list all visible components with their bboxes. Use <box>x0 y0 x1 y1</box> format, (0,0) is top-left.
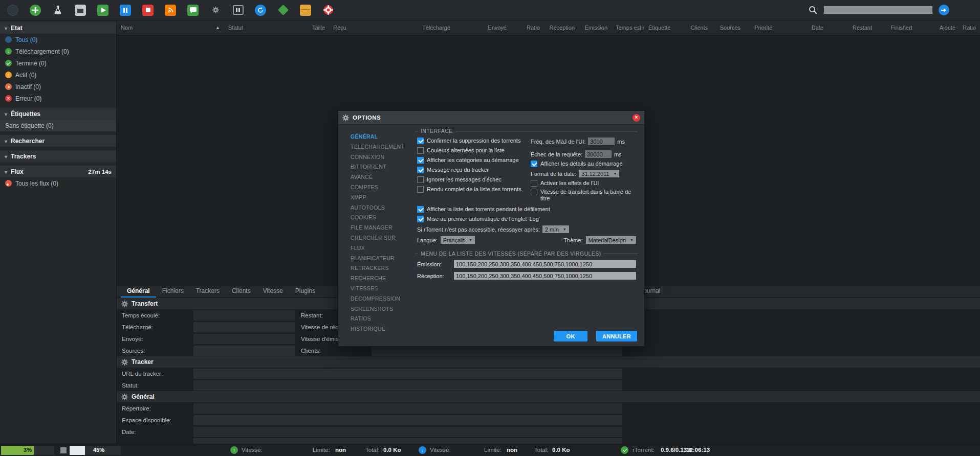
column-header-emission[interactable]: Émission <box>579 25 612 31</box>
column-header-ratio[interactable]: Ratio <box>511 25 544 31</box>
nav-item-file-manager[interactable]: FILE MANAGER <box>351 224 415 235</box>
help-icon[interactable] <box>321 4 335 17</box>
stop-icon[interactable] <box>141 4 155 17</box>
refresh-icon[interactable] <box>254 4 267 17</box>
sidebar-item-termine[interactable]: Terminé (0) <box>0 57 116 69</box>
request-timeout-input[interactable] <box>585 150 612 158</box>
start-icon[interactable] <box>96 4 110 17</box>
theme-select[interactable]: MaterialDesign <box>586 236 636 244</box>
nav-item-cookies[interactable]: COOKIES <box>351 214 415 224</box>
nav-item-telechargement[interactable]: TÉLÉCHARGEMENT <box>351 144 415 154</box>
sidebar-section-etat[interactable]: Etat <box>0 22 116 34</box>
upload-limit-value[interactable]: non <box>335 447 346 453</box>
tracker-message-checkbox[interactable] <box>417 167 424 173</box>
nav-item-connexion[interactable]: CONNEXION <box>351 154 415 164</box>
download-limit-value[interactable]: non <box>507 447 517 453</box>
column-header-ratio-2[interactable]: Ratio <box>960 25 980 31</box>
column-header-temps-estime[interactable]: Temps estim <box>612 25 644 31</box>
tab-fichiers[interactable]: Fichiers <box>156 286 190 298</box>
nav-item-bittorrent[interactable]: BITTORRENT <box>351 164 415 174</box>
retry-delay-select[interactable]: 2 min <box>542 225 569 233</box>
nav-item-screenshots[interactable]: SCREENSHOTS <box>351 306 415 316</box>
tab-plugins[interactable]: Plugins <box>289 286 321 298</box>
sidebar-item-tous-les-flux[interactable]: Tous les flux (0) <box>0 177 116 189</box>
ignore-fail-messages-checkbox[interactable] <box>417 176 424 183</box>
confirm-delete-checkbox[interactable] <box>417 138 424 144</box>
column-header-taille[interactable]: Taille <box>280 25 329 31</box>
ui-update-interval-input[interactable] <box>588 138 615 145</box>
pause-icon[interactable] <box>119 4 132 17</box>
tab-vitesse[interactable]: Vitesse <box>257 286 289 298</box>
cancel-button[interactable]: ANNULER <box>596 331 637 341</box>
nav-item-comptes[interactable]: COMPTES <box>351 184 415 194</box>
tab-general[interactable]: Général <box>121 286 156 298</box>
nav-item-decompression[interactable]: DÉCOMPRESSION <box>351 295 415 306</box>
nav-item-retrackers[interactable]: RETRACKERS <box>351 265 415 275</box>
sidebar-item-sans-etiquette[interactable]: Sans étiquette (0) <box>0 120 116 131</box>
sidebar-section-flux[interactable]: Flux27m 14s <box>0 166 116 177</box>
titlebar-speed-checkbox[interactable] <box>531 189 537 195</box>
column-header-clients[interactable]: Clients <box>675 25 712 31</box>
rss-icon[interactable] <box>164 4 177 17</box>
tab-clients[interactable]: Clients <box>226 286 257 298</box>
download-speeds-input[interactable] <box>454 272 636 280</box>
column-header-restant[interactable]: Restant <box>827 25 876 31</box>
add-torrent-icon[interactable] <box>29 4 42 17</box>
sidebar-section-etiquettes[interactable]: Étiquettes <box>0 108 116 120</box>
queue-icon[interactable] <box>231 4 245 17</box>
date-format-select[interactable]: 31.12.2011 <box>579 170 619 177</box>
column-header-sources[interactable]: Sources <box>712 25 745 31</box>
sidebar-section-rechercher[interactable]: Rechercher <box>0 135 116 147</box>
column-header-priorite[interactable]: Priorité <box>745 25 776 31</box>
scheduler-icon[interactable] <box>74 4 87 17</box>
sidebar-item-erreur[interactable]: Erreur (0) <box>0 93 116 104</box>
tab-trackers[interactable]: Trackers <box>190 286 226 298</box>
search-go-button[interactable] <box>939 5 949 15</box>
show-details-checkbox[interactable] <box>531 161 537 167</box>
column-header-recu[interactable]: Reçu <box>329 25 383 31</box>
settings-icon[interactable] <box>209 4 222 17</box>
nav-item-vitesses[interactable]: VITESSES <box>351 285 415 295</box>
sidebar-item-inactif[interactable]: Inactif (0) <box>0 81 116 93</box>
nav-item-planificateur[interactable]: PLANIFICATEUR <box>351 255 415 265</box>
nav-item-flux[interactable]: FLUX <box>351 245 415 255</box>
nav-item-chercher-sur[interactable]: CHERCHER SUR <box>351 235 415 245</box>
nav-item-xmpp[interactable]: XMPP <box>351 194 415 204</box>
column-header-reception[interactable]: Réception <box>544 25 579 31</box>
column-header-etiquette[interactable]: Étiquette <box>644 25 675 31</box>
column-header-date[interactable]: Date <box>776 25 827 31</box>
full-render-checkbox[interactable] <box>417 186 424 193</box>
search-input[interactable] <box>824 6 932 14</box>
column-header-telecharge[interactable]: Téléchargé <box>383 25 454 31</box>
sidebar-item-telechargement[interactable]: Téléchargement (0) <box>0 45 116 57</box>
nav-item-general[interactable]: GÉNÉRAL <box>351 133 415 144</box>
nav-item-autotools[interactable]: AUTOTOOLS <box>351 204 415 215</box>
dialog-titlebar[interactable]: OPTIONS <box>338 111 644 125</box>
sidebar-section-trackers[interactable]: Trackers <box>0 150 116 162</box>
chat-icon[interactable] <box>186 4 200 17</box>
nav-item-recherche[interactable]: RECHERCHE <box>351 275 415 285</box>
upload-speeds-input[interactable] <box>454 260 636 268</box>
nav-item-historique[interactable]: HISTORIQUE <box>351 326 415 336</box>
language-select[interactable]: Français <box>441 236 475 244</box>
alternate-colors-checkbox[interactable] <box>417 147 424 154</box>
ui-effects-checkbox[interactable] <box>531 180 537 187</box>
sidebar-item-tous[interactable]: Tous (0) <box>0 34 116 45</box>
create-torrent-icon[interactable] <box>51 4 64 17</box>
column-header-nom[interactable]: Nom <box>117 25 224 31</box>
close-icon[interactable] <box>633 114 640 122</box>
column-header-finished[interactable]: Finished <box>876 25 916 31</box>
package-icon[interactable] <box>299 4 312 17</box>
column-header-ajoute[interactable]: Ajouté <box>916 25 960 31</box>
autofocus-log-checkbox[interactable] <box>417 216 424 222</box>
column-header-statut[interactable]: Statut <box>224 25 280 31</box>
sidebar-item-actif[interactable]: Actif (0) <box>0 69 116 81</box>
plugins-icon[interactable] <box>276 4 290 17</box>
nav-item-avance[interactable]: AVANCÉ <box>351 174 415 184</box>
nav-item-ratios[interactable]: RATIOS <box>351 315 415 326</box>
column-header-envoye[interactable]: Envoyé <box>454 25 511 31</box>
open-torrent-icon[interactable] <box>6 4 19 17</box>
show-categories-checkbox[interactable] <box>417 157 424 164</box>
show-list-while-scrolling-checkbox[interactable] <box>417 206 424 213</box>
ok-button[interactable]: OK <box>554 331 587 341</box>
